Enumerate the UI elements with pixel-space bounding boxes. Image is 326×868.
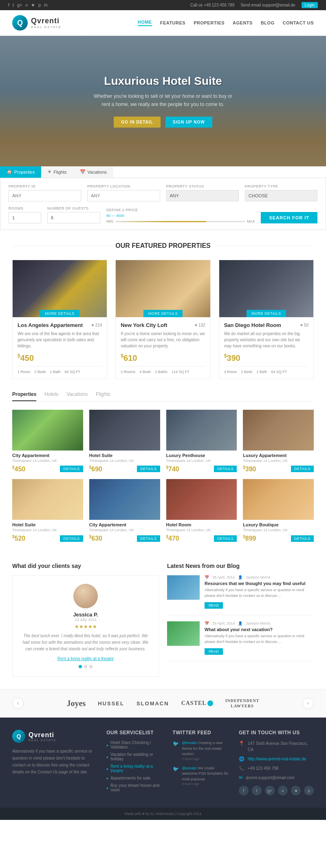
blog-card-1: 📅 28 April, 2014 👤 Jackson Morris Resour… bbox=[167, 575, 314, 615]
nav-blog[interactable]: BLOG bbox=[261, 20, 275, 25]
footer-logo-text: Qvrenti REAL ESTATE bbox=[29, 731, 56, 742]
tab-flights[interactable]: ✈ Flights bbox=[41, 166, 73, 178]
search-row-1: Property ID Property Location Property S… bbox=[9, 184, 317, 201]
footer-social-v[interactable]: v bbox=[278, 786, 288, 795]
social-gp[interactable]: g+ bbox=[17, 2, 22, 8]
nav-agents[interactable]: AGENTS bbox=[233, 20, 253, 25]
login-button[interactable]: Login bbox=[302, 2, 318, 8]
email-text: Send email support@email.de bbox=[240, 3, 295, 7]
search-button[interactable]: SEARCH FOR IT bbox=[261, 212, 317, 223]
prop-location-8: Timesquare 14 London, UK bbox=[243, 528, 314, 532]
blog-read-btn-2[interactable]: READ bbox=[205, 648, 223, 655]
prop-details-btn-2[interactable]: DETAILS bbox=[137, 466, 160, 472]
prop-details-btn-5[interactable]: DETAILS bbox=[60, 535, 83, 542]
more-details-btn-3[interactable]: MORE DETAILS bbox=[219, 309, 313, 317]
prop-location-6: Timesquare 14 London, UK bbox=[89, 528, 160, 532]
card-price-1: $450 bbox=[18, 353, 102, 363]
prop-location-2: Timesquare 14 London, UK bbox=[89, 459, 160, 463]
footer-social-fb[interactable]: f bbox=[239, 786, 249, 795]
social-v[interactable]: v bbox=[26, 2, 28, 8]
tab-nav-flights[interactable]: Flights bbox=[96, 391, 110, 401]
prop-location-7: Timesquare 14 London, UK bbox=[166, 528, 237, 532]
testimonial-link[interactable]: Rent a living reality at a theatre bbox=[21, 656, 150, 661]
tab-vacations[interactable]: 📅 Vacations bbox=[73, 166, 114, 178]
prop-details-btn-3[interactable]: DETAILS bbox=[214, 466, 237, 472]
go-detail-button[interactable]: GO IN DETAIL bbox=[114, 117, 160, 128]
footer-social-gp[interactable]: g+ bbox=[265, 786, 275, 795]
card-img-bg-1 bbox=[13, 260, 107, 317]
footer-social-star[interactable]: ★ bbox=[291, 786, 301, 795]
prop-img-5 bbox=[12, 479, 83, 520]
prop-details-btn-1[interactable]: DETAILS bbox=[60, 466, 83, 472]
nav-home[interactable]: HOME bbox=[138, 20, 152, 26]
prop-details-btn-4[interactable]: DETAILS bbox=[291, 466, 314, 472]
card-body-3: San Diego Hotel Room ♥ 50 We do market a… bbox=[219, 317, 313, 379]
social-p[interactable]: p bbox=[38, 2, 41, 8]
partners-prev-arrow[interactable]: ‹ bbox=[12, 698, 24, 709]
nav-contact[interactable]: CONTACT US bbox=[283, 20, 314, 25]
signup-button[interactable]: SIGN UP NOW bbox=[165, 117, 212, 128]
hero-content: Luxurious Hotel Suite Whether you're loo… bbox=[86, 66, 240, 135]
home-icon: 🏠 bbox=[7, 169, 12, 174]
footer-contact-heading: GET IN TOUCH WITH US bbox=[239, 730, 314, 735]
prop-details-btn-6[interactable]: DETAILS bbox=[137, 535, 160, 542]
tab-properties[interactable]: 🏠 Properties bbox=[0, 166, 41, 178]
website-link[interactable]: http://www.qvrenti-real-estate.de bbox=[248, 757, 306, 761]
social-tw[interactable]: t bbox=[13, 2, 14, 8]
prop-price-row-1: $450 DETAILS bbox=[12, 465, 83, 473]
property-status-label: Property Status bbox=[166, 184, 239, 188]
card-desc-1: We are one of the few agents in the area… bbox=[18, 331, 102, 349]
partner-joyes: Joyes bbox=[67, 699, 86, 708]
property-location-label: Property Location bbox=[87, 184, 160, 188]
tab-nav-vacations[interactable]: Vacations bbox=[66, 391, 88, 401]
search-tabs: 🏠 Properties ✈ Flights 📅 Vacations bbox=[0, 166, 326, 178]
blog-date-1: 28 April, 2014 bbox=[212, 575, 235, 579]
guests-input[interactable] bbox=[47, 212, 100, 223]
featured-card-2: MORE DETAILS New York City Loft ♥ 132 If… bbox=[115, 260, 210, 379]
footer: Q Qvrenti REAL ESTATE Alternatively if y… bbox=[0, 718, 326, 808]
card-price-2: $610 bbox=[121, 353, 205, 363]
property-location-input[interactable] bbox=[87, 190, 160, 201]
blog-read-btn-1[interactable]: READ bbox=[205, 602, 223, 609]
prop-card-5: Hotel Suite Timesquare 14 London, UK $52… bbox=[12, 479, 83, 542]
rooms-input[interactable] bbox=[9, 212, 41, 223]
nav-features[interactable]: FEATURES bbox=[160, 20, 185, 25]
prop-details-btn-7[interactable]: DETAILS bbox=[214, 535, 237, 542]
search-form: Property ID Property Location Property S… bbox=[0, 178, 326, 230]
footer-social-tw[interactable]: t bbox=[252, 786, 262, 795]
spec-rooms-2: 2 Rooms bbox=[121, 370, 135, 374]
bottom-section: What did your clients say Jessica P. 13 … bbox=[0, 550, 326, 689]
calendar-icon-blog-2: 📅 bbox=[205, 621, 209, 625]
footer-desc: Alternatively if you have a specific ser… bbox=[12, 748, 96, 775]
tab-nav-hotels[interactable]: Hotels bbox=[44, 391, 58, 401]
footer-twitter-col: TWITTER FEED 🐦 @envato Creating a new th… bbox=[173, 730, 229, 795]
partners-next-arrow[interactable]: › bbox=[302, 698, 314, 709]
blog-thumb-1 bbox=[167, 575, 200, 600]
price-slider[interactable] bbox=[115, 221, 245, 222]
footer-services-heading: OUR SERVICELIST bbox=[106, 730, 162, 735]
partners-section: ‹ Joyes HUSSEL SLOMACN CASTEL INDEPENDEN… bbox=[0, 689, 326, 718]
avatar bbox=[73, 584, 98, 608]
property-type-select[interactable]: CHOOSE bbox=[245, 190, 317, 201]
more-details-btn-1[interactable]: MORE DETAILS bbox=[13, 309, 107, 317]
spec-baths-1: 1 Bath bbox=[50, 370, 61, 374]
social-star[interactable]: ★ bbox=[31, 2, 35, 8]
tweet-2: 🐦 @envato We create awesome PSD template… bbox=[173, 766, 229, 786]
footer-social-p[interactable]: p bbox=[304, 786, 314, 795]
prop-details-btn-8[interactable]: DETAILS bbox=[291, 535, 314, 542]
service-link-3[interactable]: Rent a living reality at a theatre bbox=[110, 764, 162, 773]
service-1: Hotel Stars Checking / Validation bbox=[106, 740, 162, 749]
search-button-wrapper: SEARCH FOR IT bbox=[261, 212, 317, 223]
social-in[interactable]: in bbox=[44, 2, 48, 8]
main-nav: HOME FEATURES PROPERTIES AGENTS BLOG CON… bbox=[138, 20, 314, 26]
nav-properties[interactable]: PROPERTIES bbox=[194, 20, 225, 25]
testimonial-dots bbox=[21, 665, 150, 668]
property-type-label: Property Type bbox=[245, 184, 317, 188]
property-status-select[interactable]: ANY bbox=[166, 190, 239, 201]
social-fb[interactable]: f bbox=[8, 2, 9, 8]
tweet-content-2: @envato We create awesome PSD templates … bbox=[182, 766, 229, 786]
tab-nav-properties[interactable]: Properties bbox=[12, 391, 36, 401]
tweet-text-2: @envato We create awesome PSD templates … bbox=[182, 766, 229, 782]
more-details-btn-2[interactable]: MORE DETAILS bbox=[116, 309, 210, 317]
property-id-input[interactable] bbox=[9, 190, 81, 201]
